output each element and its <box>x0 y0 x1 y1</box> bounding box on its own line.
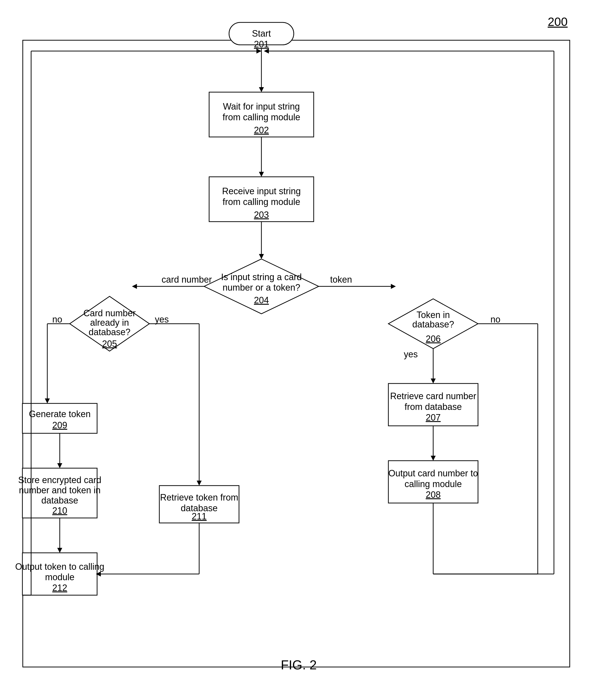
diagram-number: 200 <box>548 15 568 29</box>
outer-border <box>22 40 570 667</box>
svg-text:Start: Start <box>252 28 271 39</box>
figure-label: FIG. 2 <box>281 657 317 672</box>
diagram-container: 200 Start 201 Wait for input string from… <box>15 10 582 687</box>
